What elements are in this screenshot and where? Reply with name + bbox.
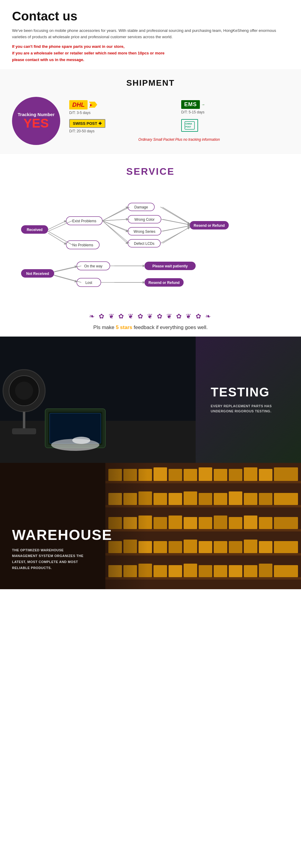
shipping-note: Ordinary Small Packet Plus no tracking i… — [69, 137, 289, 142]
svg-rect-99 — [214, 516, 227, 529]
service-flowchart: Received Exist Problems No Problems Dama… — [12, 189, 289, 298]
received-node: Received — [27, 228, 43, 232]
svg-rect-124 — [229, 565, 242, 577]
svg-rect-88 — [229, 491, 242, 505]
please-wait-node: Please wait patiently — [152, 264, 188, 268]
contact-highlight: If you can't find the phone spare parts … — [12, 43, 289, 63]
warehouse-section: WAREHOUSE THE OPTIMIZED WAREHOUSE MANAGE… — [0, 463, 301, 589]
feedback-after: feedback if everything goes well. — [132, 324, 208, 330]
svg-rect-114 — [259, 541, 272, 553]
svg-rect-125 — [244, 565, 258, 577]
svg-text:→: → — [201, 102, 205, 107]
feedback-before: Pls make — [93, 324, 116, 330]
swiss-post-logo: SWISS POST ✚ — [69, 119, 106, 128]
svg-text:CHINA: CHINA — [185, 123, 192, 125]
feedback-text: Pls make 5 stars feedback if everything … — [12, 324, 289, 331]
shipment-section: SHIPMENT Tracking Number YES DHL ▶ D/T: … — [0, 69, 301, 154]
shipping-options-container: DHL ▶ D/T: 3-5 days EMS → — [69, 100, 289, 142]
shipment-content: Tracking Number YES DHL ▶ D/T: 3-5 days — [12, 97, 289, 145]
svg-rect-123 — [214, 565, 227, 577]
svg-rect-115 — [274, 541, 298, 553]
svg-rect-77 — [244, 467, 258, 481]
feedback-stars: 5 stars — [116, 324, 132, 330]
svg-rect-127 — [274, 565, 298, 577]
svg-line-34 — [102, 219, 127, 221]
exist-problems-node: Exist Problems — [72, 219, 96, 223]
on-the-way-node: On the way — [84, 264, 103, 268]
svg-rect-91 — [274, 493, 298, 505]
svg-rect-75 — [214, 469, 227, 481]
dhl-arrow-icon: ▶ — [89, 102, 97, 108]
shipping-item-china: CHINA POST — [181, 119, 289, 133]
svg-text:POST: POST — [185, 126, 191, 128]
testing-content: TESTING EVERY REPLACEMENT PARTS HAS UNDE… — [211, 385, 289, 414]
svg-line-42 — [48, 233, 66, 244]
svg-rect-111 — [214, 541, 227, 553]
svg-rect-76 — [229, 469, 242, 481]
testing-scene-svg — [0, 337, 195, 463]
shipping-options: DHL ▶ D/T: 3-5 days EMS → — [69, 100, 289, 133]
svg-line-6 — [48, 221, 72, 231]
contact-title: Contact us — [12, 9, 289, 24]
dhl-dt: D/T: 3-5 days — [69, 111, 91, 115]
svg-line-7 — [48, 231, 72, 245]
ems-dt: D/T: 5-15 days — [181, 110, 204, 114]
contact-desc: We've been focusing on mobile phone acce… — [12, 28, 289, 40]
resend-refund-top-node: Resend or Refund — [193, 223, 224, 228]
contact-section: Contact us We've been focusing on mobile… — [0, 0, 301, 69]
svg-rect-57 — [12, 428, 36, 434]
svg-point-55 — [15, 382, 33, 400]
svg-line-38 — [161, 219, 189, 225]
service-title: SERVICE — [12, 166, 289, 177]
shipment-title: SHIPMENT — [12, 78, 289, 88]
svg-rect-103 — [274, 517, 298, 529]
warehouse-desc: THE OPTIMIZED WAREHOUSE MANAGEMENT SYSTE… — [12, 548, 90, 571]
wrong-color-node: Wrong Color — [134, 217, 154, 222]
tracking-circle: Tracking Number YES — [12, 97, 60, 145]
svg-rect-90 — [259, 493, 272, 505]
testing-title: TESTING — [211, 385, 289, 399]
svg-rect-126 — [259, 564, 272, 577]
swiss-dt: D/T: 20-50 days — [69, 129, 94, 133]
tracking-yes: YES — [24, 117, 49, 130]
china-post-logo: CHINA POST — [181, 119, 198, 132]
defect-lcds-node: Defect LCDs — [134, 242, 154, 246]
svg-line-43 — [54, 267, 76, 272]
svg-rect-87 — [214, 493, 227, 505]
warehouse-content: WAREHOUSE THE OPTIMIZED WAREHOUSE MANAGE… — [12, 527, 112, 571]
dhl-logo: DHL — [69, 100, 88, 110]
resend-refund-bottom-node: Resend or Refund — [148, 281, 179, 285]
svg-rect-78 — [259, 469, 272, 481]
testing-section: TESTING EVERY REPLACEMENT PARTS HAS UNDE… — [0, 337, 301, 463]
svg-text:▶: ▶ — [90, 103, 92, 106]
china-post-icon: CHINA POST — [184, 121, 195, 130]
shipping-item-swiss: SWISS POST ✚ D/T: 20-50 days — [69, 119, 177, 133]
svg-line-36 — [102, 221, 127, 243]
svg-point-59 — [72, 437, 90, 444]
divider-section: ❧ ✿ ❦ ✿ ❦ ✿ ❦ ✿ ❦ ✿ ❦ ✿ ❧ Pls make 5 sta… — [0, 307, 301, 337]
svg-line-37 — [160, 207, 189, 224]
ems-logo: EMS — [181, 100, 200, 109]
not-received-node: Not Received — [26, 272, 49, 276]
svg-rect-102 — [259, 517, 272, 529]
svg-rect-89 — [244, 493, 258, 505]
svg-rect-79 — [274, 467, 298, 481]
service-section: SERVICE Received — [0, 154, 301, 307]
svg-line-35 — [102, 221, 127, 231]
shipping-item-dhl: DHL ▶ D/T: 3-5 days — [69, 100, 177, 115]
testing-desc: EVERY REPLACEMENT PARTS HAS UNDERGONE RI… — [211, 404, 289, 414]
damage-node: Damage — [134, 205, 148, 209]
svg-rect-112 — [229, 541, 242, 553]
ems-arrow-icon: → — [201, 102, 210, 107]
no-problems-node: No Problems — [72, 243, 93, 247]
lost-node: Lost — [86, 281, 92, 285]
svg-rect-101 — [244, 516, 258, 529]
flowchart-wrapper: Received Exist Problems No Problems Dama… — [12, 189, 289, 298]
warehouse-title: WAREHOUSE — [12, 527, 112, 543]
wrong-series-node: Wrong Series — [133, 229, 155, 234]
svg-line-44 — [54, 276, 76, 281]
svg-line-33 — [102, 207, 127, 221]
svg-line-40 — [160, 228, 189, 243]
shipping-item-ems: EMS → D/T: 5-15 days — [181, 100, 289, 115]
decorative-line: ❧ ✿ ❦ ✿ ❦ ✿ ❦ ✿ ❦ ✿ ❦ ✿ ❧ — [12, 312, 289, 320]
